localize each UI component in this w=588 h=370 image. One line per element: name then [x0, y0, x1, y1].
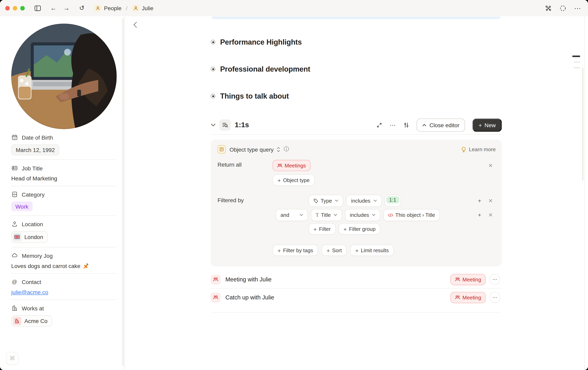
- remove-filter-row-icon[interactable]: ✕: [488, 198, 493, 204]
- sidebar-toggle-icon[interactable]: [35, 5, 41, 11]
- chevron-down-icon[interactable]: [211, 123, 215, 126]
- filter-field-dropdown[interactable]: Type: [309, 195, 343, 207]
- filter-operator-dropdown[interactable]: includes: [345, 209, 380, 221]
- divider: [211, 134, 502, 135]
- filter-operator-dropdown[interactable]: includes: [346, 195, 381, 207]
- result-title: Meeting with Julie: [225, 276, 272, 283]
- breadcrumb-julie[interactable]: Julie: [132, 5, 154, 12]
- heading-things-to-talk-about[interactable]: Things to talk about: [211, 91, 289, 101]
- field-location: Location London: [11, 216, 116, 247]
- company-icon: [13, 317, 21, 326]
- minimize-window-button[interactable]: [13, 6, 17, 11]
- collapse-chevron-left-icon[interactable]: [131, 21, 139, 29]
- tag-icon: [314, 198, 318, 203]
- breadcrumb-people[interactable]: People: [94, 5, 121, 12]
- focus-mode-icon[interactable]: [559, 5, 566, 11]
- chevron-down-icon: [372, 214, 376, 216]
- history-button[interactable]: ↺: [79, 4, 84, 12]
- works-at-pill[interactable]: Acme Co: [11, 315, 52, 327]
- more-options-icon[interactable]: ⋯: [574, 4, 581, 12]
- add-object-type-button[interactable]: + Object type: [273, 174, 314, 185]
- profile-photo[interactable]: [11, 24, 116, 129]
- cloud-icon: [11, 253, 18, 259]
- remove-filter-row-icon[interactable]: ✕: [488, 212, 493, 218]
- field-works-at: Works at Acme Co: [11, 300, 116, 331]
- sidebar-scrollbar[interactable]: [122, 18, 124, 366]
- query-type-label[interactable]: Object type query: [230, 146, 274, 152]
- job-title-value[interactable]: Head of Marketing: [11, 175, 57, 182]
- app-stage: ← → ↺ People / Julie: [0, 0, 588, 370]
- chevron-down-icon: [335, 200, 338, 202]
- graph-view-icon[interactable]: [545, 5, 552, 11]
- row-more-button[interactable]: ⋯: [489, 274, 500, 285]
- expand-icon[interactable]: [377, 122, 382, 128]
- close-window-button[interactable]: [5, 6, 10, 11]
- query-results-list: Meeting with Julie Meeting ⋯: [211, 271, 502, 313]
- conjunction-dropdown[interactable]: and: [276, 209, 308, 221]
- display-settings-icon[interactable]: [404, 122, 409, 128]
- object-type-badge[interactable]: Meeting: [451, 292, 486, 303]
- collection-title[interactable]: 1:1s: [235, 121, 249, 129]
- heading-bullet-icon: [211, 94, 215, 98]
- location-pill[interactable]: London: [11, 231, 48, 243]
- meeting-icon: [211, 293, 220, 302]
- field-label: Job Title: [22, 165, 43, 171]
- row-more-button[interactable]: ⋯: [489, 292, 500, 303]
- close-editor-button[interactable]: Close editor: [417, 118, 465, 131]
- memory-jog-value[interactable]: Loves dogs and carrot cake: [11, 263, 80, 269]
- result-row[interactable]: Meeting with Julie Meeting ⋯: [211, 271, 502, 289]
- sort-button[interactable]: + Sort: [322, 245, 347, 256]
- query-list-icon[interactable]: [220, 120, 231, 131]
- heading-performance-highlights[interactable]: Performance Highlights: [211, 37, 302, 47]
- field-date-of-birth: 12 Date of Birth March 12, 1992: [11, 134, 116, 160]
- forward-button[interactable]: →: [63, 4, 70, 12]
- add-filter-button[interactable]: + Filter: [309, 223, 336, 234]
- field-contact: @ Contact julie@acme.co: [11, 274, 116, 300]
- main-content: Performance Highlights Professional deve…: [125, 16, 588, 370]
- zoom-window-button[interactable]: [20, 6, 25, 11]
- updown-chevron-icon[interactable]: [277, 147, 280, 152]
- plus-icon: +: [326, 247, 330, 254]
- filter-value-button[interactable]: This object › Title: [383, 209, 440, 221]
- code-icon: [388, 213, 393, 217]
- object-type-badge[interactable]: Meeting: [451, 274, 486, 285]
- contact-email-link[interactable]: julie@acme.co: [11, 289, 48, 295]
- back-button[interactable]: ←: [50, 4, 57, 12]
- learn-more-link[interactable]: Learn more: [462, 146, 496, 152]
- outline-indicator-active[interactable]: [572, 56, 580, 57]
- collection-more-icon[interactable]: ⋯: [390, 121, 396, 129]
- query-extra-row: + Filter by tags + Sort + Limit results: [273, 245, 394, 256]
- one-on-one-tag: 1:1: [386, 196, 399, 203]
- filter-add-row: + Filter + Filter group: [309, 223, 380, 234]
- collection-tools: ⋯ Close editor + New: [377, 118, 502, 131]
- filter-value-button[interactable]: 1:1: [385, 195, 401, 207]
- filter-field-dropdown[interactable]: T Title: [311, 209, 342, 221]
- add-filter-row-icon[interactable]: +: [478, 212, 481, 218]
- result-title: Catch up with Julie: [225, 294, 274, 301]
- category-tag[interactable]: Work: [11, 202, 32, 211]
- filter-by-tags-button[interactable]: + Filter by tags: [273, 245, 318, 256]
- svg-text:12: 12: [13, 137, 16, 139]
- result-row[interactable]: Catch up with Julie Meeting ⋯: [211, 289, 502, 306]
- limit-results-button[interactable]: + Limit results: [350, 245, 394, 256]
- chevron-down-icon: [334, 214, 337, 216]
- traffic-lights: [5, 6, 25, 11]
- main-scrollbar[interactable]: [582, 68, 583, 181]
- profile-sidebar: 12 Date of Birth March 12, 1992: [0, 16, 125, 370]
- info-icon[interactable]: ⓘ: [284, 146, 289, 153]
- chevron-down-icon: [300, 214, 303, 216]
- add-filter-group-button[interactable]: + Filter group: [339, 223, 380, 234]
- field-label: Contact: [22, 279, 41, 285]
- filter-row-2: and T Title includes: [276, 209, 440, 221]
- remove-object-type-icon[interactable]: ✕: [488, 163, 493, 168]
- heading-professional-development[interactable]: Professional development: [211, 64, 310, 74]
- meetings-object-chip[interactable]: Meetings: [273, 160, 310, 171]
- outline-indicator[interactable]: [574, 67, 580, 68]
- new-button[interactable]: + New: [473, 118, 502, 131]
- outline-indicator[interactable]: [574, 62, 580, 63]
- add-filter-row-icon[interactable]: +: [478, 197, 481, 204]
- works-at-value: Acme Co: [24, 318, 51, 324]
- command-shortcut-button[interactable]: ⌘: [6, 352, 19, 365]
- date-of-birth-pill[interactable]: March 12, 1992: [11, 144, 59, 155]
- meeting-icon: [211, 274, 220, 284]
